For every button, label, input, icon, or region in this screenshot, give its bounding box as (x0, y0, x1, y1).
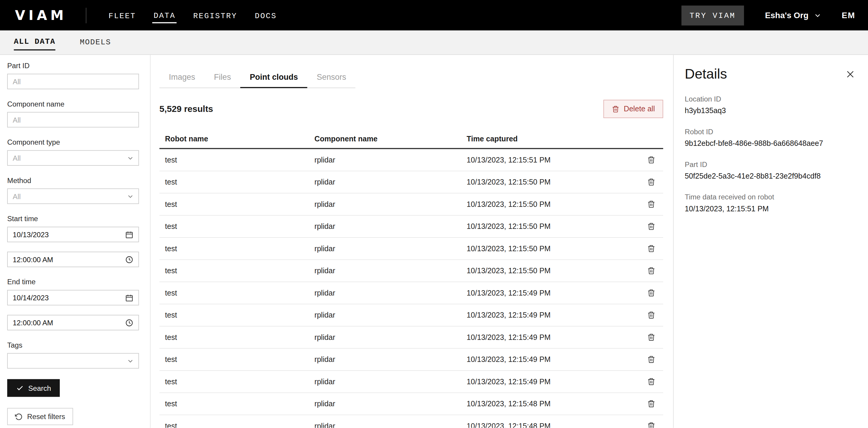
robot-name-cell: test (159, 222, 309, 231)
subnav-item-all-data[interactable]: ALL DATA (14, 34, 56, 50)
end-date-input[interactable]: 10/14/2023 (7, 290, 139, 305)
search-button-label: Search (28, 384, 51, 392)
chevron-down-icon (127, 358, 133, 364)
delete-row-icon[interactable] (647, 400, 655, 408)
nav-item-docs[interactable]: DOCS (254, 8, 278, 22)
component-type-value: All (13, 154, 21, 162)
nav-item-fleet[interactable]: FLEET (107, 8, 137, 22)
data-subnav: ALL DATA MODELS (0, 30, 868, 55)
end-time-input[interactable]: 12:00:00 AM (7, 315, 139, 331)
details-field-robot-id: Robot ID 9b12ebcf-bfe8-486e-988b-6a66864… (685, 127, 855, 147)
robot-name-cell: test (159, 333, 309, 341)
component-type-select[interactable]: All (7, 150, 139, 166)
robot-name-cell: test (159, 377, 309, 386)
reset-filters-label: Reset filters (27, 412, 65, 421)
table-row[interactable]: test rplidar 10/13/2023, 12:15:50 PM (159, 238, 663, 260)
trash-icon (612, 105, 619, 113)
time-captured-cell: 10/13/2023, 12:15:50 PM (461, 222, 638, 231)
table-row[interactable]: test rplidar 10/13/2023, 12:15:50 PM (159, 194, 663, 216)
calendar-icon (125, 230, 133, 239)
delete-row-icon[interactable] (647, 156, 655, 164)
time-captured-cell: 10/13/2023, 12:15:49 PM (461, 377, 638, 386)
component-name-cell: rplidar (309, 289, 461, 297)
details-field-time-received: Time data received on robot 10/13/2023, … (685, 193, 855, 213)
time-captured-cell: 10/13/2023, 12:15:49 PM (461, 289, 638, 297)
start-time-input[interactable]: 12:00:00 AM (7, 252, 139, 267)
details-field-location-id: Location ID h3yb135aq3 (685, 95, 855, 115)
component-name-cell: rplidar (309, 355, 461, 364)
end-time-label: End time (7, 278, 139, 286)
nav-item-registry[interactable]: REGISTRY (192, 8, 238, 22)
delete-row-icon[interactable] (647, 200, 655, 208)
field-label: Robot ID (685, 127, 855, 136)
robot-name-cell: test (159, 289, 309, 297)
tab-files[interactable]: Files (205, 68, 240, 87)
table-row[interactable]: test rplidar 10/13/2023, 12:15:49 PM (159, 282, 663, 304)
time-captured-cell: 10/13/2023, 12:15:51 PM (461, 156, 638, 164)
table-row[interactable]: test rplidar 10/13/2023, 12:15:50 PM (159, 216, 663, 237)
org-name: Esha's Org (765, 10, 808, 20)
delete-row-icon[interactable] (647, 178, 655, 186)
results-table: Robot name Component name Time captured … (159, 131, 663, 428)
component-name-label: Component name (7, 100, 139, 108)
time-captured-cell: 10/13/2023, 12:15:50 PM (461, 200, 638, 208)
clock-icon (125, 255, 133, 264)
table-row[interactable]: test rplidar 10/13/2023, 12:15:51 PM (159, 149, 663, 171)
delete-row-icon[interactable] (647, 222, 655, 231)
column-component-name: Component name (309, 135, 461, 143)
delete-all-button[interactable]: Delete all (603, 100, 663, 118)
subnav-item-models[interactable]: MODELS (80, 35, 111, 49)
method-select[interactable]: All (7, 189, 139, 204)
user-avatar[interactable]: EM (842, 10, 856, 20)
table-row[interactable]: test rplidar 10/13/2023, 12:15:50 PM (159, 260, 663, 282)
reset-filters-button[interactable]: Reset filters (7, 408, 73, 425)
start-date-input[interactable]: 10/13/2023 (7, 227, 139, 242)
nav-item-data[interactable]: DATA (153, 7, 177, 23)
details-field-part-id: Part ID 50f25de2-5a3c-41e2-8b81-23e2f9b4… (685, 160, 855, 180)
delete-row-icon[interactable] (647, 245, 655, 253)
tags-select[interactable] (7, 353, 139, 369)
component-name-cell: rplidar (309, 333, 461, 341)
component-name-cell: rplidar (309, 400, 461, 408)
tab-sensors[interactable]: Sensors (307, 68, 355, 87)
component-name-cell: rplidar (309, 178, 461, 186)
part-id-input[interactable] (7, 74, 139, 89)
tab-images[interactable]: Images (159, 68, 205, 87)
table-row[interactable]: test rplidar 10/13/2023, 12:15:49 PM (159, 371, 663, 393)
table-row[interactable]: test rplidar 10/13/2023, 12:15:48 PM (159, 393, 663, 415)
component-name-cell: rplidar (309, 222, 461, 231)
field-value: 9b12ebcf-bfe8-486e-988b-6a668648aee7 (685, 139, 855, 147)
delete-row-icon[interactable] (647, 422, 655, 428)
tags-label: Tags (7, 341, 139, 349)
viam-logo[interactable]: VIAM (15, 7, 67, 23)
time-captured-cell: 10/13/2023, 12:15:49 PM (461, 355, 638, 364)
table-row[interactable]: test rplidar 10/13/2023, 12:15:49 PM (159, 304, 663, 326)
time-captured-cell: 10/13/2023, 12:15:50 PM (461, 267, 638, 275)
component-name-cell: rplidar (309, 156, 461, 164)
tab-point-clouds[interactable]: Point clouds (241, 68, 307, 88)
table-header: Robot name Component name Time captured (159, 131, 663, 149)
delete-row-icon[interactable] (647, 267, 655, 275)
delete-row-icon[interactable] (647, 289, 655, 297)
calendar-icon (125, 293, 133, 302)
delete-row-icon[interactable] (647, 333, 655, 341)
component-name-input[interactable] (7, 112, 139, 127)
table-row[interactable]: test rplidar 10/13/2023, 12:15:49 PM (159, 348, 663, 371)
table-row[interactable]: test rplidar 10/13/2023, 12:15:50 PM (159, 171, 663, 193)
clock-icon (125, 318, 133, 327)
table-row[interactable]: test rplidar 10/13/2023, 12:15:49 PM (159, 326, 663, 348)
field-value: h3yb135aq3 (685, 107, 855, 115)
delete-row-icon[interactable] (647, 377, 655, 386)
robot-name-cell: test (159, 311, 309, 319)
org-switcher[interactable]: Esha's Org (765, 10, 820, 20)
close-details-button[interactable] (846, 70, 855, 79)
details-title: Details (685, 66, 727, 82)
field-label: Part ID (685, 160, 855, 168)
table-row[interactable]: test rplidar 10/13/2023, 12:15:48 PM (159, 415, 663, 428)
search-button[interactable]: Search (7, 379, 60, 397)
component-name-cell: rplidar (309, 377, 461, 386)
start-date-value: 10/13/2023 (13, 230, 49, 239)
delete-row-icon[interactable] (647, 311, 655, 319)
delete-row-icon[interactable] (647, 355, 655, 364)
try-viam-button[interactable]: TRY VIAM (681, 5, 744, 25)
